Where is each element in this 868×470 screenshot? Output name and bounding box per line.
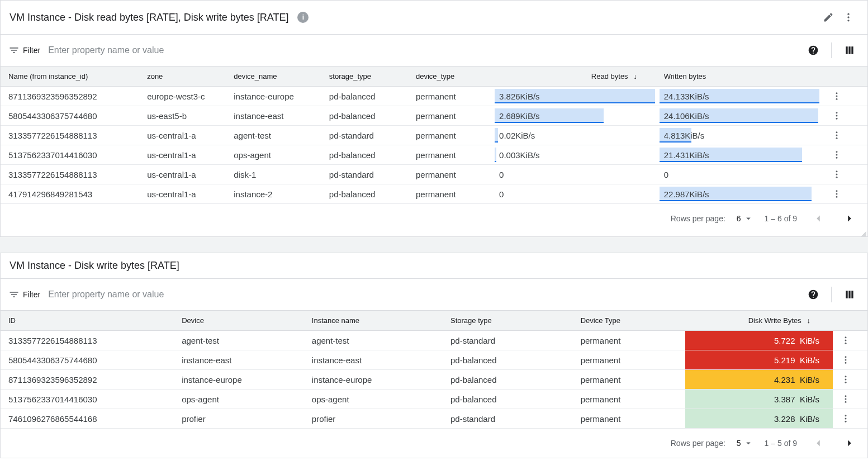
col-zone[interactable]: zone bbox=[139, 67, 226, 87]
page-range: 1 – 6 of 9 bbox=[765, 214, 797, 223]
row-menu-icon[interactable] bbox=[833, 409, 867, 429]
filter-list-icon[interactable] bbox=[8, 289, 20, 300]
more-vert-icon[interactable] bbox=[838, 7, 858, 27]
cell-written: 22.987KiB/s bbox=[660, 184, 824, 204]
col-dwb[interactable]: Disk Write Bytes ↓ bbox=[685, 311, 833, 331]
col-name[interactable]: Name (from instance_id) bbox=[1, 67, 139, 87]
cell-devtype: permanent bbox=[408, 126, 495, 145]
resize-handle[interactable] bbox=[1, 233, 867, 236]
prev-page-icon[interactable] bbox=[808, 433, 828, 453]
col-devtype[interactable]: Device Type bbox=[573, 311, 686, 331]
col-instance[interactable]: Instance name bbox=[304, 311, 443, 331]
filter-label: Filter bbox=[23, 46, 40, 55]
row-menu-icon[interactable] bbox=[824, 106, 867, 126]
svg-point-29 bbox=[845, 382, 846, 383]
row-menu-icon[interactable] bbox=[824, 184, 867, 204]
svg-point-8 bbox=[836, 118, 838, 120]
cell-id: 8711369323596352892 bbox=[1, 370, 174, 390]
col-id[interactable]: ID bbox=[1, 311, 174, 331]
filter-list-icon[interactable] bbox=[8, 45, 20, 56]
filter-input[interactable] bbox=[47, 289, 803, 300]
cell-storage: pd-standard bbox=[443, 331, 573, 350]
svg-point-22 bbox=[845, 340, 846, 341]
table-row[interactable]: 5805443306375744680instance-eastinstance… bbox=[1, 350, 867, 370]
next-page-icon[interactable] bbox=[839, 208, 860, 229]
cell-devtype: permanent bbox=[408, 87, 495, 106]
row-menu-icon[interactable] bbox=[833, 350, 867, 370]
cell-storage: pd-standard bbox=[443, 409, 573, 429]
row-menu-icon[interactable] bbox=[833, 331, 867, 350]
table-row[interactable]: 5805443306375744680us-east5-binstance-ea… bbox=[1, 106, 867, 126]
cell-written: 21.431KiB/s bbox=[660, 145, 824, 165]
svg-point-32 bbox=[845, 401, 846, 403]
table-row[interactable]: 3133577226154888113us-central1-aagent-te… bbox=[1, 126, 867, 145]
rows-per-page-select[interactable]: 5 bbox=[737, 438, 753, 448]
row-menu-icon[interactable] bbox=[824, 145, 867, 165]
cell-device: instance-europe bbox=[174, 370, 304, 390]
cell-zone: europe-west3-c bbox=[139, 87, 226, 106]
cell-devtype: permanent bbox=[573, 370, 686, 390]
col-written[interactable]: Written bytes bbox=[660, 67, 824, 87]
svg-point-11 bbox=[836, 137, 838, 139]
table-row[interactable]: 8711369323596352892europe-west3-cinstanc… bbox=[1, 87, 867, 106]
cell-id: 3133577226154888113 bbox=[1, 331, 174, 350]
edit-icon[interactable] bbox=[818, 7, 838, 27]
cell-instance: profier bbox=[304, 409, 443, 429]
svg-point-17 bbox=[836, 177, 838, 178]
table-row[interactable]: 8711369323596352892instance-europeinstan… bbox=[1, 370, 867, 390]
row-menu-icon[interactable] bbox=[824, 126, 867, 145]
table-row[interactable]: 417914296849281543us-central1-ainstance-… bbox=[1, 184, 867, 204]
cell-storage: pd-balanced bbox=[443, 350, 573, 370]
cell-id: 5805443306375744680 bbox=[1, 350, 174, 370]
svg-point-7 bbox=[836, 115, 838, 117]
cell-name: 3133577226154888113 bbox=[1, 126, 139, 145]
col-device[interactable]: Device bbox=[174, 311, 304, 331]
svg-point-5 bbox=[836, 98, 838, 100]
card-header: VM Instance - Disk write bytes [RATE] bbox=[1, 253, 867, 279]
col-devtype[interactable]: device_type bbox=[408, 67, 495, 87]
svg-point-25 bbox=[845, 359, 846, 361]
svg-point-26 bbox=[845, 362, 846, 364]
cell-device: instance-2 bbox=[226, 184, 321, 204]
svg-point-27 bbox=[845, 376, 846, 377]
svg-point-28 bbox=[845, 379, 846, 381]
info-icon[interactable]: i bbox=[297, 12, 309, 23]
col-storage[interactable]: storage_type bbox=[321, 67, 408, 87]
filter-input[interactable] bbox=[47, 45, 803, 56]
rows-per-page-label: Rows per page: bbox=[671, 439, 725, 448]
svg-point-21 bbox=[845, 336, 846, 338]
table-row[interactable]: 3133577226154888113us-central1-adisk-1pd… bbox=[1, 165, 867, 184]
table-row[interactable]: 3133577226154888113agent-testagent-testp… bbox=[1, 331, 867, 350]
col-read[interactable]: Read bytes ↓ bbox=[495, 67, 660, 87]
cell-name: 3133577226154888113 bbox=[1, 165, 139, 184]
cell-devtype: permanent bbox=[408, 165, 495, 184]
columns-icon[interactable] bbox=[839, 40, 860, 60]
help-icon[interactable] bbox=[803, 40, 823, 60]
row-menu-icon[interactable] bbox=[833, 390, 867, 409]
cell-written: 24.133KiB/s bbox=[660, 87, 824, 106]
table-row[interactable]: 5137562337014416030us-central1-aops-agen… bbox=[1, 145, 867, 165]
svg-point-24 bbox=[845, 356, 846, 358]
cell-device: instance-europe bbox=[226, 87, 321, 106]
row-menu-icon[interactable] bbox=[824, 165, 867, 184]
cell-storage: pd-balanced bbox=[443, 390, 573, 409]
cell-storage: pd-balanced bbox=[443, 370, 573, 390]
next-page-icon[interactable] bbox=[839, 433, 860, 453]
help-icon[interactable] bbox=[803, 284, 823, 305]
col-device[interactable]: device_name bbox=[226, 67, 321, 87]
cell-dwb: 5.722 KiB/s bbox=[685, 331, 833, 350]
cell-device: agent-test bbox=[174, 331, 304, 350]
cell-devtype: permanent bbox=[408, 145, 495, 165]
prev-page-icon[interactable] bbox=[808, 208, 828, 229]
row-menu-icon[interactable] bbox=[824, 87, 867, 106]
cell-storage: pd-balanced bbox=[321, 87, 408, 106]
cell-instance: agent-test bbox=[304, 331, 443, 350]
table-row[interactable]: 5137562337014416030ops-agentops-agentpd-… bbox=[1, 390, 867, 409]
rows-per-page-select[interactable]: 6 bbox=[737, 213, 753, 224]
row-menu-icon[interactable] bbox=[833, 370, 867, 390]
svg-point-1 bbox=[847, 16, 849, 18]
col-storage[interactable]: Storage type bbox=[443, 311, 573, 331]
svg-point-13 bbox=[836, 154, 838, 156]
columns-icon[interactable] bbox=[839, 284, 860, 305]
table-row[interactable]: 7461096276865544168profierprofierpd-stan… bbox=[1, 409, 867, 429]
